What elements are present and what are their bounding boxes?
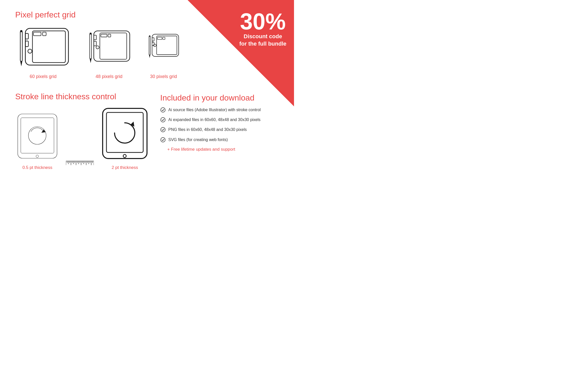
svg-marker-11 [90,59,91,63]
grid-60-label: 60 pixels grid [30,74,57,79]
svg-rect-9 [43,32,46,36]
svg-rect-19 [108,34,111,37]
svg-rect-10 [90,33,91,59]
download-item-2-text: Ai expanded files in 60x60, 48x48 and 30… [168,117,261,123]
svg-point-60 [123,154,126,158]
svg-rect-30 [18,114,57,158]
grid-icon-60: 60 pixels grid [15,25,71,79]
svg-rect-24 [152,38,154,41]
grid-icon-30: 30 pixels grid [147,25,180,79]
download-item-2: Ai expanded files in 60x60, 48x48 and 30… [160,117,279,124]
svg-point-64 [161,118,165,122]
discount-label: Discount code for the full bundle [239,33,286,47]
grid-30-label: 30 pixels grid [150,74,177,79]
download-item-4-text: SVG files (for creating web fonts) [168,137,228,143]
download-item-3-text: PNG files in 60x60, 48x48 and 30x30 pixe… [168,127,247,132]
grid-icon-48: 48 pixels grid [86,25,132,79]
svg-rect-2 [20,30,22,32]
svg-marker-21 [149,55,150,58]
svg-point-65 [161,127,165,132]
svg-rect-22 [149,35,150,37]
tablet-48-icon [86,25,132,70]
svg-point-31 [36,155,39,158]
svg-rect-29 [163,37,165,40]
svg-rect-59 [103,108,147,159]
svg-rect-32 [21,118,54,153]
svg-point-33 [28,127,46,144]
svg-point-66 [161,138,165,142]
tablet-thick-icon [100,106,150,162]
svg-rect-18 [101,34,107,37]
ruler-svg [66,161,94,169]
discount-percent: 30% [239,10,286,33]
svg-rect-14 [94,35,96,40]
svg-rect-4 [25,33,28,39]
stroke-title: Stroke line thickness control [15,92,160,101]
check-icon-3 [160,127,166,134]
svg-rect-12 [90,33,91,34]
svg-point-7 [28,49,32,53]
svg-rect-26 [157,36,177,55]
svg-point-17 [96,46,99,49]
ruler-container [66,161,94,171]
svg-rect-8 [33,32,41,36]
svg-rect-13 [94,31,130,61]
tablet-thin-icon [15,111,60,162]
check-icon-2 [160,117,166,124]
svg-rect-3 [25,28,68,65]
stroke-section: Stroke line thickness control 0.5 [15,92,160,171]
tablet-30-icon [147,25,180,70]
tablet-60-icon [15,25,71,70]
svg-rect-61 [106,112,143,152]
svg-rect-15 [94,41,96,46]
svg-rect-28 [157,37,162,40]
svg-rect-20 [149,36,150,55]
svg-marker-1 [20,61,22,66]
stroke-thick-label: 2 pt thickness [112,165,138,171]
check-icon-4 [160,137,166,144]
stroke-thin-label: 0.5 pt thickness [22,165,52,171]
download-item-1-text: Ai source files (Adobe Illustrator) with… [168,107,261,113]
svg-point-63 [161,108,165,112]
stroke-icons-row: 0.5 pt thickness [15,106,160,171]
grid-48-label: 48 pixels grid [96,74,122,79]
svg-rect-0 [20,31,22,61]
free-update-text: + Free lifetime updates and support [160,147,279,152]
stroke-thick-item: 2 pt thickness [100,106,150,171]
ruler [66,161,94,168]
check-icon-1 [160,107,166,114]
download-item-3: PNG files in 60x60, 48x48 and 30x30 pixe… [160,127,279,134]
download-item-1: Ai source files (Adobe Illustrator) with… [160,107,279,114]
svg-rect-5 [25,41,28,47]
download-item-4: SVG files (for creating web fonts) [160,137,279,144]
stroke-thin-item: 0.5 pt thickness [15,111,60,171]
download-list: Ai source files (Adobe Illustrator) with… [160,107,279,144]
discount-badge: 30% Discount code for the full bundle [239,10,286,47]
